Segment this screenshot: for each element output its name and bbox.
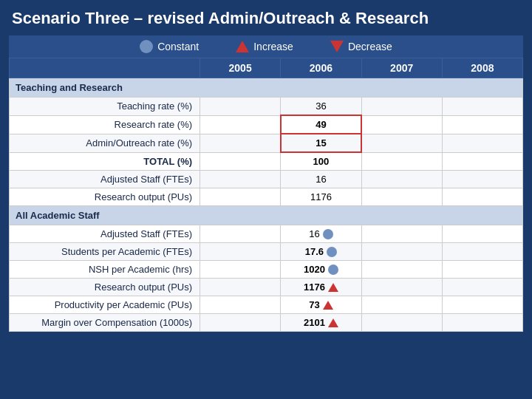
increase-icon [323,301,333,310]
row-value-cell: 16 [281,171,361,188]
col-header-label [10,58,200,78]
table-row: Adjusted Staff (FTEs)16 [10,171,523,188]
row-value-cell [442,225,522,243]
table-row: Students per Academic (FTEs)17.6 [10,243,523,261]
decrease-label: Decrease [348,41,392,52]
page-container: Scenario Three – revised Admin/Outreach … [0,0,532,399]
table-row: Research output (PUs)1176 [10,279,523,296]
row-value-cell [442,243,522,261]
col-header-2007: 2007 [361,58,442,78]
row-value-cell [200,225,281,243]
legend-decrease: Decrease [330,41,392,52]
row-value-cell: 100 [281,152,361,171]
table-row: Research rate (%)49 [10,115,523,134]
row-value-cell [442,134,522,152]
row-value-cell: 15 [281,134,361,152]
table-row: Margin over Compensation (1000s)2101 [10,314,523,332]
legend-constant: Constant [140,40,199,53]
row-value-cell [361,261,442,279]
row-value-cell [200,261,281,279]
legend-row: Constant Increase Decrease [9,35,523,58]
row-value-cell [200,314,281,332]
section-header-0: Teaching and Research [10,78,523,98]
row-value-cell: 17.6 [281,243,361,261]
row-label: Teaching rate (%) [10,98,200,116]
increase-icon [328,318,338,327]
table-row: NSH per Academic (hrs)1020 [10,261,523,279]
table-row: TOTAL (%)100 [10,152,523,171]
row-value-cell: 1176 [281,188,361,206]
data-table: 2005 2006 2007 2008 Teaching and Researc… [9,58,523,332]
decrease-icon [330,41,344,52]
row-value-cell [200,171,281,188]
row-value-cell: 1176 [281,279,361,296]
col-header-2008: 2008 [442,58,522,78]
row-value-cell [442,115,522,134]
row-value-cell [200,134,281,152]
increase-label: Increase [253,41,293,52]
constant-label: Constant [157,41,199,52]
row-value-cell [442,171,522,188]
constant-icon [327,247,337,257]
table-row: Adjusted Staff (FTEs)16 [10,225,523,243]
row-value-cell [442,279,522,296]
row-value-cell: 49 [281,115,361,134]
row-value-cell [200,279,281,296]
row-value-cell [200,243,281,261]
row-label: Research output (PUs) [10,188,200,206]
table-row: Teaching rate (%)36 [10,98,523,116]
row-label: Research output (PUs) [10,279,200,296]
section-header-1: All Academic Staff [10,206,523,225]
row-value-cell [442,98,522,116]
col-header-2005: 2005 [200,58,281,78]
row-value-cell [361,152,442,171]
row-label: TOTAL (%) [10,152,200,171]
row-value-cell [442,152,522,171]
row-label: Productivity per Academic (PUs) [10,296,200,314]
row-value-cell [442,296,522,314]
constant-icon [140,40,153,53]
row-value-cell [361,314,442,332]
row-value-cell [361,115,442,134]
row-label: Adjusted Staff (FTEs) [10,171,200,188]
row-value-cell: 36 [281,98,361,116]
row-value-cell [442,261,522,279]
constant-icon [328,265,338,275]
row-value-cell [200,115,281,134]
row-label: NSH per Academic (hrs) [10,261,200,279]
row-label: Students per Academic (FTEs) [10,243,200,261]
row-value-cell [361,171,442,188]
main-table-container: Constant Increase Decrease 2005 2006 200… [9,35,523,332]
row-value-cell [200,188,281,206]
increase-icon [236,41,249,52]
constant-icon [323,229,333,239]
table-header-row: 2005 2006 2007 2008 [10,58,523,78]
col-header-2006: 2006 [281,58,361,78]
row-label: Adjusted Staff (FTEs) [10,225,200,243]
row-value-cell [361,225,442,243]
row-value-cell [361,279,442,296]
row-value-cell [442,314,522,332]
row-label: Research rate (%) [10,115,200,134]
row-value-cell [361,188,442,206]
increase-icon [328,283,338,292]
row-value-cell [361,296,442,314]
row-value-cell [200,98,281,116]
page-title: Scenario Three – revised Admin/Outreach … [9,9,523,28]
row-value-cell: 16 [281,225,361,243]
row-value-cell: 73 [281,296,361,314]
row-value-cell [361,134,442,152]
row-value-cell: 2101 [281,314,361,332]
row-label: Margin over Compensation (1000s) [10,314,200,332]
row-value-cell [361,98,442,116]
row-value-cell [200,296,281,314]
table-row: Research output (PUs)1176 [10,188,523,206]
row-label: Admin/Outreach rate (%) [10,134,200,152]
table-row: Admin/Outreach rate (%)15 [10,134,523,152]
legend-increase: Increase [236,41,293,52]
row-value-cell [442,188,522,206]
row-value-cell [361,243,442,261]
row-value-cell: 1020 [281,261,361,279]
row-value-cell [200,152,281,171]
table-row: Productivity per Academic (PUs)73 [10,296,523,314]
